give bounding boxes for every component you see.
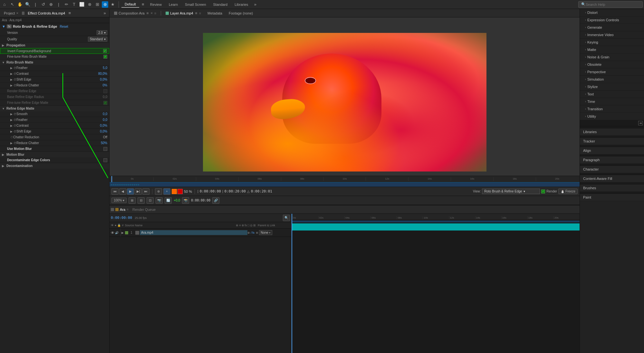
expand-layer-btn[interactable]: ▶ [121, 231, 124, 234]
footage-tab[interactable]: Footage (none) [226, 10, 256, 16]
parent-dropdown[interactable]: None ▾ [259, 230, 272, 235]
workspace-small-screen[interactable]: Small Screen [182, 2, 209, 7]
paint-section[interactable]: Paint [580, 194, 644, 201]
comp-ara-close[interactable]: ✕ [150, 12, 153, 15]
effect-perspective[interactable]: › Perspective [580, 68, 644, 76]
close-panel-icon[interactable] [111, 208, 114, 211]
effect-noise-grain[interactable]: › Noise & Grain [580, 54, 644, 61]
current-time-display[interactable]: 0:00:00:00 [111, 216, 132, 220]
shift-edge-stopwatch[interactable]: ⏱ [14, 78, 16, 81]
layer-fx-indicator[interactable]: / [251, 231, 252, 234]
layer-tab[interactable]: Layer Ara.mp4 ≡ [162, 10, 204, 16]
effect-time[interactable]: › Time [580, 98, 644, 105]
star-tool[interactable]: ★ [110, 1, 116, 8]
feather-refine-expand[interactable]: ▶ [10, 118, 14, 122]
type-tool[interactable]: T [71, 1, 77, 8]
decontamination-expand[interactable]: ▶ [2, 164, 5, 168]
brushes-section[interactable]: Brushes [580, 184, 644, 192]
effect-stylize[interactable]: › Stylize [580, 83, 644, 91]
shift-edge-expand[interactable]: ▶ [10, 78, 14, 81]
workspace-learn[interactable]: Learn [166, 2, 181, 7]
jump-end-btn[interactable]: ⏭ [142, 188, 149, 195]
shift-edge-value[interactable]: 0,0% [100, 78, 107, 81]
ara-tab-menu[interactable]: ≡ [127, 208, 129, 211]
content-aware-fill-section[interactable]: Content-Aware Fill [580, 175, 644, 182]
contrast-expand[interactable]: ▶ [10, 72, 14, 75]
roto-icon-btn[interactable]: ⊛ [155, 188, 162, 195]
zoom-dropdown-bottom[interactable]: 100% ▾ [111, 198, 127, 203]
end-time[interactable]: 0:00:20:00 [225, 189, 246, 193]
layer-fx-btn[interactable]: fx [252, 231, 255, 234]
layer-audio-btn[interactable]: 🔊 [115, 231, 119, 234]
panel-menu[interactable]: ≡ [66, 10, 73, 16]
prev-frame-btn[interactable]: ◀ [119, 188, 126, 195]
project-tab-close[interactable]: ✕ [16, 12, 19, 15]
sync-btn[interactable]: 🔗 [212, 197, 219, 204]
current-time[interactable]: 0:00:00:00 [200, 189, 221, 193]
clone-tool[interactable]: ⊗ [86, 1, 93, 8]
character-section[interactable]: Character [580, 166, 644, 173]
effect-immersive-video[interactable]: › Immersive Video [580, 31, 644, 39]
shift-edge-refine-stopwatch[interactable]: ⏱ [14, 130, 16, 133]
reduce-chatter-stopwatch[interactable]: ⏱ [14, 84, 16, 87]
next-frame-btn[interactable]: ▶| [135, 188, 142, 195]
contrast-stopwatch[interactable]: ⏱ [14, 72, 16, 75]
jump-start-btn[interactable]: ⏮ [111, 188, 119, 195]
reset-button[interactable]: Reset [60, 25, 68, 28]
expand-panel-btn[interactable]: ⇥ [638, 121, 643, 125]
zoom-tool[interactable]: 🔍 [24, 1, 31, 8]
feather-expand[interactable]: ▶ [10, 66, 14, 70]
red-btn[interactable] [178, 189, 183, 194]
feather-refine-stopwatch[interactable]: ⏱ [14, 118, 16, 122]
snapshot-btn[interactable]: 📷 [156, 197, 163, 204]
refine-edge-matte-expand[interactable]: ▼ [2, 107, 5, 110]
tracker-section[interactable]: Tracker [580, 138, 644, 145]
roto-brush-tool[interactable]: ⊛ [102, 1, 108, 8]
pixel-aspect-btn[interactable]: ⊟ [138, 197, 145, 204]
camera-btn[interactable]: 📸 [182, 197, 189, 204]
effect-keying[interactable]: › Keying [580, 39, 644, 46]
reduce-chatter-refine-value[interactable]: 50% [101, 141, 107, 145]
workspace-libraries[interactable]: Libraries [231, 2, 251, 7]
fine-tune-refine-checkbox[interactable] [103, 101, 107, 105]
quality-dropdown[interactable]: Standard ▾ [88, 37, 107, 42]
contrast-value[interactable]: 80,0% [98, 72, 107, 75]
effect-expression-controls[interactable]: › Expression Controls [580, 16, 644, 24]
effect-simulation[interactable]: › Simulation [580, 76, 644, 83]
decontaminate-checkbox[interactable] [103, 158, 107, 162]
motion-blur-expand[interactable]: ▶ [2, 153, 5, 156]
hand-tool[interactable]: ✋ [17, 1, 23, 8]
orange-btn[interactable] [172, 189, 177, 194]
effect-transition[interactable]: › Transition [580, 105, 644, 113]
grid-btn[interactable]: ⊞ [129, 197, 136, 204]
shift-edge-refine-value[interactable]: 0,0% [100, 130, 107, 133]
effect-utility[interactable]: › Utility [580, 113, 644, 120]
smooth-value[interactable]: 0,0 [103, 112, 107, 116]
render-btn[interactable]: ✓ Render [541, 190, 557, 193]
contrast-refine-stopwatch[interactable]: ⏱ [14, 124, 16, 127]
effect-generate[interactable]: › Generate [580, 24, 644, 31]
version-dropdown[interactable]: 2.0 ▾ [97, 30, 107, 35]
puppet-tool[interactable]: ⊞ [94, 1, 101, 8]
project-tab[interactable]: Project ✕ [1, 10, 21, 16]
layer-eye-btn[interactable]: 👁 [111, 231, 114, 235]
reduce-chatter-value[interactable]: 0% [103, 83, 107, 87]
reduce-chatter-refine-stopwatch[interactable]: ⏱ [14, 142, 16, 145]
search-timeline-btn[interactable]: 🔍 [283, 215, 290, 221]
effect-controls-tab[interactable]: Effect Controls Ara.mp4 ≡ [25, 9, 75, 17]
invert-fg-checkbox[interactable] [103, 49, 107, 53]
feather-value[interactable]: 5,0 [103, 66, 107, 70]
effect-obsolete[interactable]: › Obsolete [580, 61, 644, 68]
render-refine-checkbox[interactable] [103, 89, 107, 93]
contrast-refine-expand[interactable]: ▶ [10, 124, 14, 127]
smooth-stopwatch[interactable]: ⏱ [14, 113, 16, 116]
comp-ara-menu[interactable]: ≡ [154, 11, 156, 15]
effect-text[interactable]: › Text [580, 91, 644, 98]
layer-name-label[interactable]: Ara.mp4 [140, 230, 247, 235]
viewer-scrub-bar[interactable]: ▶ ▶ ▶ ▶ ▶ ▶ ▶ ▶ ▶ ▶ ▶ ▶ ▶ ▶ ▶ [110, 182, 580, 187]
rotate-tool[interactable]: ↺ [40, 1, 46, 8]
panel-expand[interactable]: » [101, 10, 108, 16]
home-icon[interactable]: ⌂ [1, 1, 8, 8]
more-workspaces[interactable]: » [252, 1, 258, 8]
feather-refine-value[interactable]: 0,0 [103, 118, 107, 122]
